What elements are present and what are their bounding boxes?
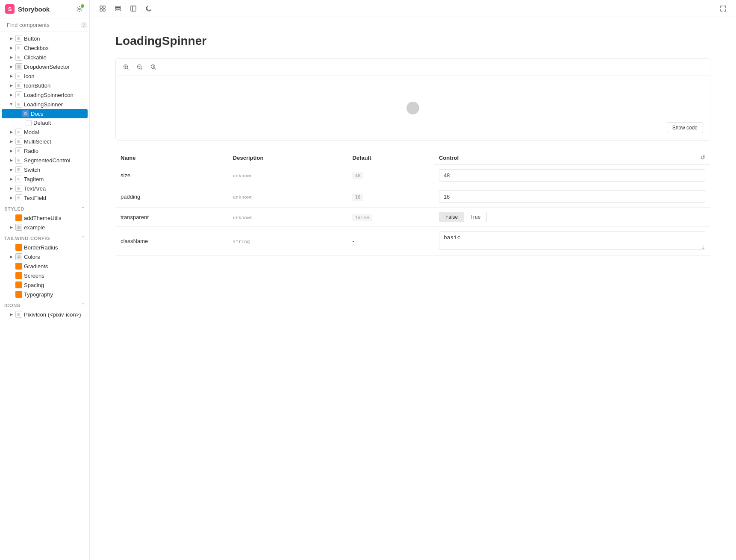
- prop-description: unknown: [228, 165, 347, 186]
- classname-control-textarea[interactable]: basic: [439, 231, 705, 250]
- sidebar-title: Storybook: [18, 6, 50, 13]
- section-icons[interactable]: ICONS ⌃: [0, 299, 89, 310]
- preview-toolbar: [116, 59, 710, 76]
- zoom-reset-button[interactable]: [148, 62, 159, 72]
- chevron-icon: ▶: [9, 186, 14, 191]
- sidebar-item-label: TextField: [24, 195, 46, 201]
- type-icon-grid: ⊞: [15, 185, 22, 192]
- section-tailwind-label: TAILWIND-CONFIG: [4, 236, 50, 241]
- settings-button[interactable]: [75, 4, 84, 14]
- sidebar-item-switch[interactable]: ▶ ⊞ Switch: [0, 165, 89, 174]
- search-shortcut: /: [81, 22, 87, 28]
- svg-rect-8: [115, 10, 121, 11]
- type-icon-grid: ⊞: [15, 101, 22, 108]
- reset-controls-button[interactable]: ↺: [700, 154, 705, 161]
- transparent-false-button[interactable]: False: [439, 212, 464, 222]
- view-sidebar-button[interactable]: [127, 3, 139, 15]
- chevron-icon: ▶: [9, 196, 14, 200]
- type-icon-doc-plain: [26, 120, 32, 126]
- sidebar-item-loading-spinner[interactable]: ▼ ⊞ LoadingSpinner: [0, 100, 89, 109]
- view-grid-button[interactable]: [97, 3, 109, 15]
- padding-control-input[interactable]: [439, 191, 705, 203]
- prop-default: 16: [347, 186, 433, 208]
- type-icon-doc-orange: [15, 214, 22, 221]
- sidebar-item-label: DropdownSelector: [24, 64, 70, 70]
- view-list-button[interactable]: [112, 3, 124, 15]
- sidebar-item-screens[interactable]: Screens: [0, 271, 89, 280]
- chevron-icon: ▶: [9, 130, 14, 134]
- chevron-icon: ▶: [9, 93, 14, 97]
- sidebar-item-typography[interactable]: Typography: [0, 290, 89, 299]
- prop-default: false: [347, 208, 433, 227]
- search-input[interactable]: [7, 22, 79, 28]
- size-control-input[interactable]: [439, 169, 705, 182]
- type-icon-grid: ⊞: [15, 157, 22, 164]
- transparent-true-button[interactable]: True: [464, 212, 487, 222]
- sidebar-item-segmented-control[interactable]: ▶ ⊞ SegmentedControl: [0, 155, 89, 165]
- svg-rect-2: [100, 6, 102, 8]
- sidebar-item-multi-select[interactable]: ▶ ⊞ MultiSelect: [0, 137, 89, 146]
- sidebar-item-border-radius[interactable]: BorderRadius: [0, 243, 89, 252]
- prop-name: transparent: [115, 208, 228, 227]
- sidebar-item-button[interactable]: ▶ ⊞ Button: [0, 34, 89, 43]
- svg-point-0: [79, 8, 80, 10]
- show-code-button[interactable]: Show code: [667, 122, 703, 133]
- storybook-logo-icon: S: [5, 4, 15, 14]
- prop-name: className: [115, 227, 228, 256]
- table-row: className string - basic: [115, 227, 710, 256]
- type-icon-grid: ⊞: [15, 147, 22, 154]
- sidebar-item-label: TagItem: [24, 176, 44, 182]
- chevron-icon: ▶: [9, 36, 14, 41]
- sidebar-item-text-field[interactable]: ▶ ⊞ TextField: [0, 193, 89, 202]
- sidebar-item-docs[interactable]: D Docs: [2, 109, 88, 118]
- chevron-icon: ▶: [9, 167, 14, 172]
- sidebar-item-radio[interactable]: ▶ ⊞ Radio: [0, 146, 89, 155]
- sidebar-item-label: Radio: [24, 148, 38, 154]
- sidebar-item-label: Modal: [24, 129, 39, 135]
- type-icon-grid: ⊞: [15, 176, 22, 182]
- preview-box: Show code: [115, 58, 710, 141]
- sidebar-item-checkbox[interactable]: ▶ ⊞ Checkbox: [0, 43, 89, 53]
- chevron-icon: ▶: [9, 225, 14, 229]
- sidebar-item-text-area[interactable]: ▶ ⊞ TextArea: [0, 184, 89, 193]
- sidebar-item-label: example: [24, 224, 45, 231]
- sidebar-item-default[interactable]: Default: [0, 118, 89, 127]
- sidebar-item-gradients[interactable]: Gradients: [0, 261, 89, 271]
- table-row: size unknown 48: [115, 165, 710, 186]
- sidebar-item-label: Clickable: [24, 54, 47, 61]
- chevron-icon: ▼: [9, 102, 14, 106]
- sidebar-item-clickable[interactable]: ▶ ⊞ Clickable: [0, 53, 89, 62]
- sidebar-item-modal[interactable]: ▶ ⊞ Modal: [0, 127, 89, 137]
- type-icon-grid: ⊞: [15, 54, 22, 61]
- type-icon-grid: ⊞: [15, 35, 22, 42]
- table-row: padding unknown 16: [115, 186, 710, 208]
- expand-button[interactable]: [717, 3, 729, 15]
- sidebar-item-icon[interactable]: ▶ ⊞ Icon: [0, 71, 89, 81]
- sidebar-item-tag-item[interactable]: ▶ ⊞ TagItem: [0, 174, 89, 184]
- sidebar-item-spacing[interactable]: Spacing: [0, 280, 89, 290]
- svg-rect-5: [103, 9, 105, 11]
- sidebar-item-example[interactable]: ▶ ▦ example: [0, 223, 89, 232]
- section-styled[interactable]: STYLED ⌃: [0, 202, 89, 213]
- svg-rect-7: [115, 8, 121, 9]
- sidebar-item-pixiv-icon[interactable]: ▶ ⊞ PixivIcon (<pixiv-icon>): [0, 310, 89, 319]
- col-header-description: Description: [228, 151, 347, 165]
- type-icon-grid: ⊞: [15, 129, 22, 135]
- type-icon-folder: ▦: [15, 253, 22, 260]
- chevron-icon: ▶: [9, 255, 14, 259]
- col-header-default: Default: [347, 151, 433, 165]
- zoom-out-button[interactable]: [135, 62, 145, 72]
- sidebar-item-loading-spinner-icon[interactable]: ▶ ⊞ LoadingSpinnerIcon: [0, 90, 89, 100]
- sidebar-item-dropdown-selector[interactable]: ▶ ▦ DropdownSelector: [0, 62, 89, 71]
- dark-mode-button[interactable]: [143, 3, 155, 15]
- sidebar-item-colors[interactable]: ▶ ▦ Colors: [0, 252, 89, 261]
- prop-default: -: [347, 227, 433, 256]
- sidebar-item-label: PixivIcon (<pixiv-icon>): [24, 311, 81, 318]
- section-tailwind-config[interactable]: TAILWIND-CONFIG ⌃: [0, 232, 89, 243]
- chevron-icon: ▶: [9, 177, 14, 181]
- type-icon-grid: ⊞: [15, 194, 22, 201]
- sidebar-item-add-theme-utils[interactable]: addThemeUtils: [0, 213, 89, 223]
- zoom-in-button[interactable]: [121, 62, 131, 72]
- sidebar-item-icon-button[interactable]: ▶ ⊞ IconButton: [0, 81, 89, 90]
- sidebar-item-label: SegmentedControl: [24, 157, 70, 164]
